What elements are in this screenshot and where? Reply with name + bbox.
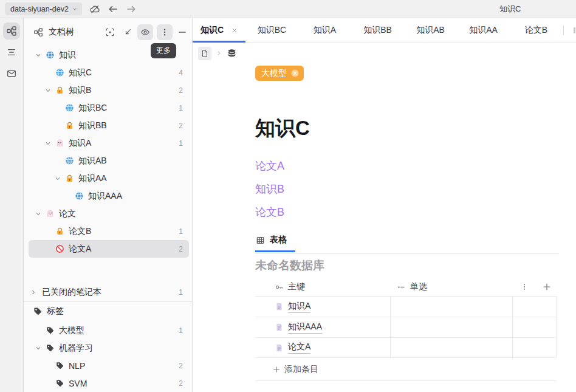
tab-3[interactable]: 知识A bbox=[298, 18, 351, 43]
tab-bar-divider bbox=[563, 26, 564, 35]
chevron-down-icon[interactable] bbox=[33, 343, 43, 353]
tab-6[interactable]: 知识AA bbox=[457, 18, 510, 43]
tag-remove-icon[interactable] bbox=[290, 69, 300, 78]
database-block: 表格 未命名数据库 主键 单选 bbox=[255, 235, 559, 381]
globe-icon bbox=[65, 103, 74, 112]
tab-label: 知识AB bbox=[416, 25, 445, 36]
doc-tree-item[interactable]: 知识BB2 bbox=[29, 117, 189, 134]
tag-item[interactable]: 大模型1 bbox=[29, 322, 189, 339]
db-cell-select[interactable] bbox=[391, 338, 513, 357]
db-column-label: 单选 bbox=[410, 281, 427, 292]
db-view-tab-table[interactable]: 表格 bbox=[255, 235, 295, 252]
db-cell-primary[interactable]: 知识A bbox=[255, 297, 391, 317]
workspace-selector[interactable]: data-siyuan-dev2 bbox=[5, 2, 82, 15]
db-cell-extra[interactable] bbox=[513, 317, 557, 337]
doc-tree-item[interactable]: 知识AAA bbox=[29, 187, 189, 205]
lock-icon bbox=[65, 121, 74, 130]
outline-icon bbox=[6, 47, 17, 58]
db-cell-extra[interactable] bbox=[513, 338, 557, 357]
chevron-right-icon[interactable] bbox=[29, 287, 38, 297]
doc-tree-item[interactable]: 知识A1 bbox=[29, 134, 189, 152]
db-cell-primary[interactable]: 论文A bbox=[255, 338, 391, 357]
database-icon[interactable] bbox=[227, 48, 237, 58]
doc-icon-box bbox=[64, 156, 75, 167]
add-column-icon[interactable] bbox=[542, 282, 552, 292]
min-panel-button[interactable] bbox=[176, 24, 188, 40]
db-cell-extra[interactable] bbox=[513, 297, 557, 317]
table-grid-icon bbox=[256, 236, 265, 245]
toggle-visibility-button[interactable] bbox=[137, 24, 153, 40]
forward-button[interactable] bbox=[126, 4, 137, 15]
doc-tree-item[interactable]: 知识C4 bbox=[29, 64, 189, 81]
chevron-down-icon[interactable] bbox=[43, 86, 53, 95]
db-column-primary[interactable]: 主键 bbox=[255, 281, 391, 292]
chevron-down-icon[interactable] bbox=[53, 174, 63, 184]
ref-link[interactable]: 论文B bbox=[255, 207, 284, 217]
db-primary-label[interactable]: 知识AAA bbox=[288, 322, 322, 334]
dock-inbox[interactable] bbox=[3, 65, 20, 82]
doc-tree-item[interactable]: 知识BC1 bbox=[29, 99, 189, 117]
chevron-right-icon bbox=[216, 50, 222, 57]
chevron-down-icon[interactable] bbox=[33, 50, 43, 60]
db-row: 论文A bbox=[255, 337, 557, 358]
doc-count: 4 bbox=[179, 69, 183, 77]
inbox-icon bbox=[6, 68, 17, 79]
doc-tree-item[interactable]: 论文A2 bbox=[29, 240, 189, 258]
tag-panel-header[interactable]: 标签 bbox=[24, 304, 192, 318]
topbar: data-siyuan-dev2 知识C bbox=[0, 0, 576, 18]
more-button[interactable] bbox=[157, 24, 173, 40]
breadcrumb-doc-button[interactable] bbox=[198, 47, 211, 60]
single-select-icon bbox=[397, 283, 406, 292]
doc-tree-item[interactable]: 论文 bbox=[29, 205, 189, 222]
dock-outline[interactable] bbox=[3, 44, 20, 61]
tab-close-icon[interactable] bbox=[231, 27, 238, 34]
db-cell-select[interactable] bbox=[391, 317, 513, 337]
breadcrumb bbox=[193, 43, 576, 63]
tab-2[interactable]: 知识BC bbox=[245, 18, 298, 43]
twisty-spacer bbox=[63, 191, 72, 201]
chevron-down-icon[interactable] bbox=[43, 139, 53, 148]
db-add-entry[interactable]: 添加条目 bbox=[255, 358, 557, 381]
db-primary-label[interactable]: 知识A bbox=[288, 301, 310, 313]
doc-tag-pill[interactable]: 大模型 bbox=[255, 66, 304, 81]
closed-notebooks-item[interactable]: 已关闭的笔记本 1 bbox=[29, 286, 189, 299]
doc-title[interactable]: 知识C bbox=[255, 118, 559, 138]
doc-label: 知识 bbox=[59, 50, 76, 61]
doc-tree-item[interactable]: 论文B1 bbox=[29, 222, 189, 240]
column-more-icon[interactable] bbox=[520, 283, 529, 291]
tab-4[interactable]: 知识BB bbox=[351, 18, 404, 43]
tab-5[interactable]: 知识AB bbox=[404, 18, 457, 43]
ref-link[interactable]: 论文A bbox=[255, 160, 284, 171]
tag-item[interactable]: SVM2 bbox=[29, 374, 189, 392]
focus-doc-button[interactable] bbox=[102, 24, 118, 40]
db-column-select[interactable]: 单选 bbox=[391, 281, 513, 292]
doc-tree-item[interactable]: 知识AB bbox=[29, 152, 189, 170]
db-primary-label[interactable]: 论文A bbox=[288, 342, 310, 354]
chevron-down-icon[interactable] bbox=[33, 209, 43, 219]
db-cell-select[interactable] bbox=[391, 297, 513, 317]
tab-7[interactable]: 论文B bbox=[510, 18, 563, 43]
ref-link[interactable]: 知识B bbox=[255, 184, 284, 194]
doc-tree-item[interactable]: 知识AA bbox=[29, 170, 189, 187]
twisty-spacer bbox=[43, 68, 53, 78]
db-row: 知识A bbox=[255, 296, 557, 317]
db-name[interactable]: 未命名数据库 bbox=[255, 258, 559, 273]
dock-file-tree[interactable] bbox=[3, 22, 20, 40]
tab-1[interactable]: 知识C bbox=[193, 18, 245, 43]
doc-label: 知识AB bbox=[78, 156, 107, 167]
forbidden-icon bbox=[55, 244, 64, 253]
twisty-spacer bbox=[53, 121, 63, 131]
tag-item[interactable]: 机器学习 bbox=[29, 339, 189, 357]
back-button[interactable] bbox=[108, 4, 118, 15]
document-content: 大模型 知识C 论文A 知识B 论文B 表格 未命名数据库 bbox=[193, 63, 576, 392]
sync-off-icon[interactable] bbox=[89, 4, 100, 15]
tag-item[interactable]: NLP2 bbox=[29, 357, 189, 374]
collapse-all-button[interactable] bbox=[122, 24, 134, 40]
doc-count: 1 bbox=[179, 227, 183, 236]
tab-label: 知识BC bbox=[258, 25, 286, 36]
db-cell-primary[interactable]: 知识AAA bbox=[255, 317, 391, 337]
tag-icon-box bbox=[44, 343, 55, 354]
doc-tree-item[interactable]: 知识B2 bbox=[29, 81, 189, 99]
tag-icon bbox=[55, 379, 64, 388]
plus-icon bbox=[272, 365, 281, 374]
